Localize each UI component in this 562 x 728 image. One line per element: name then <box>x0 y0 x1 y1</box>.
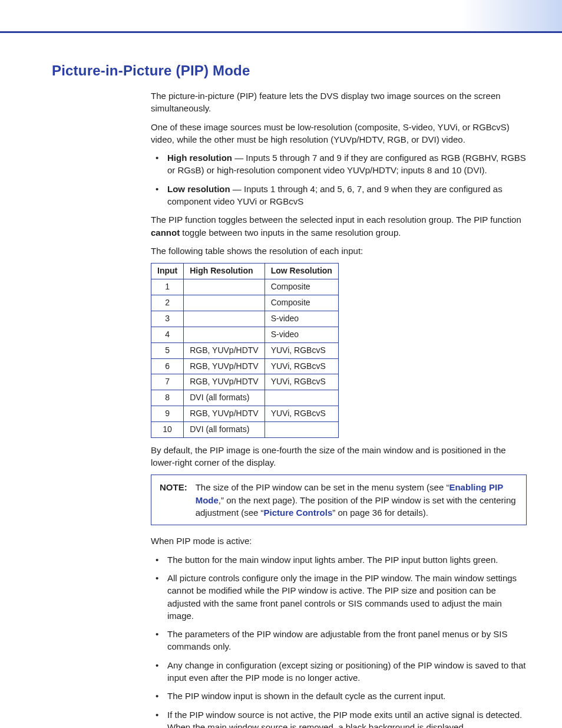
cell-input: 9 <box>151 406 184 422</box>
cell-lr: Composite <box>265 295 338 311</box>
low-resolution-label: Low resolution <box>167 184 230 194</box>
cell-input: 3 <box>151 311 184 327</box>
paragraph-default-size: By default, the PIP image is one-fourth … <box>151 444 527 469</box>
note-label: NOTE: <box>160 481 187 519</box>
table-row: 6RGB, YUVp/HDTVYUVi, RGBcvS <box>151 358 339 374</box>
cell-hr: RGB, YUVp/HDTV <box>184 358 265 374</box>
cell-hr <box>184 311 265 327</box>
paragraph-intro-2: One of these image sources must be low-r… <box>151 121 527 146</box>
table-row: 1Composite <box>151 279 339 295</box>
note-body: The size of the PIP window can be set in… <box>196 481 518 519</box>
cell-lr <box>265 422 338 438</box>
high-resolution-label: High resolution <box>167 153 232 163</box>
table-row: 7RGB, YUVp/HDTVYUVi, RGBcvS <box>151 374 339 390</box>
resolution-definitions-list: High resolution — Inputs 5 through 7 and… <box>151 151 527 207</box>
table-row: 10DVI (all formats) <box>151 422 339 438</box>
cell-hr: DVI (all formats) <box>184 422 265 438</box>
cell-lr: YUVi, RGBcvS <box>265 342 338 358</box>
table-row: 8DVI (all formats) <box>151 390 339 406</box>
table-row: 3S-video <box>151 311 339 327</box>
paragraph-table-intro: The following table shows the resolution… <box>151 245 527 257</box>
cell-input: 5 <box>151 342 184 358</box>
table-row: 5RGB, YUVp/HDTVYUVi, RGBcvS <box>151 342 339 358</box>
cell-lr <box>265 390 338 406</box>
cell-hr: RGB, YUVp/HDTV <box>184 342 265 358</box>
list-item: The PIP window input is shown in the def… <box>151 690 527 702</box>
cell-input: 6 <box>151 358 184 374</box>
text-span: ” on page 36 for details). <box>332 508 428 518</box>
table-header-row: Input High Resolution Low Resolution <box>151 263 339 279</box>
cell-input: 10 <box>151 422 184 438</box>
list-item: Any change in configuration (except sizi… <box>151 659 527 684</box>
list-item: Low resolution — Inputs 1 through 4; and… <box>151 183 527 208</box>
list-item: The button for the main window input lig… <box>151 554 527 566</box>
cell-hr <box>184 279 265 295</box>
cell-hr: RGB, YUVp/HDTV <box>184 374 265 390</box>
cell-lr: S-video <box>265 311 338 327</box>
text-span: The size of the PIP window can be set in… <box>196 482 449 492</box>
table-row: 2Composite <box>151 295 339 311</box>
text-span: The PIP function toggles between the sel… <box>151 215 521 225</box>
cell-input: 8 <box>151 390 184 406</box>
paragraph-when-active: When PIP mode is active: <box>151 535 527 547</box>
table-row: 9RGB, YUVp/HDTVYUVi, RGBcvS <box>151 406 339 422</box>
table-row: 4S-video <box>151 327 339 342</box>
pip-active-behavior-list: The button for the main window input lig… <box>151 554 527 728</box>
link-picture-controls[interactable]: Picture Controls <box>264 508 333 518</box>
cell-hr <box>184 327 265 342</box>
text-span: toggle between two inputs in the same re… <box>180 228 401 238</box>
cell-lr: Composite <box>265 279 338 295</box>
cell-hr: RGB, YUVp/HDTV <box>184 406 265 422</box>
cell-lr: YUVi, RGBcvS <box>265 406 338 422</box>
paragraph-toggle: The PIP function toggles between the sel… <box>151 213 527 239</box>
col-high-resolution: High Resolution <box>184 263 265 279</box>
col-low-resolution: Low Resolution <box>265 263 338 279</box>
input-resolution-table: Input High Resolution Low Resolution 1Co… <box>151 263 339 438</box>
cell-input: 1 <box>151 279 184 295</box>
header-gradient-bar <box>0 0 562 33</box>
cell-hr: DVI (all formats) <box>184 390 265 406</box>
paragraph-intro-1: The picture-in-picture (PIP) feature let… <box>151 90 527 115</box>
cell-lr: S-video <box>265 327 338 342</box>
list-item: If the PIP window source is not active, … <box>151 709 527 728</box>
list-item: The parameters of the PIP window are adj… <box>151 628 527 653</box>
page-heading: Picture-in-Picture (PIP) Mode <box>52 62 527 79</box>
cell-input: 7 <box>151 374 184 390</box>
cell-hr <box>184 295 265 311</box>
note-box: NOTE: The size of the PIP window can be … <box>151 475 527 525</box>
cell-lr: YUVi, RGBcvS <box>265 374 338 390</box>
emphasis-cannot: cannot <box>151 228 180 238</box>
cell-input: 2 <box>151 295 184 311</box>
cell-input: 4 <box>151 327 184 342</box>
col-input: Input <box>151 263 184 279</box>
cell-lr: YUVi, RGBcvS <box>265 358 338 374</box>
list-item: All picture controls configure only the … <box>151 572 527 622</box>
list-item: High resolution — Inputs 5 through 7 and… <box>151 151 527 177</box>
